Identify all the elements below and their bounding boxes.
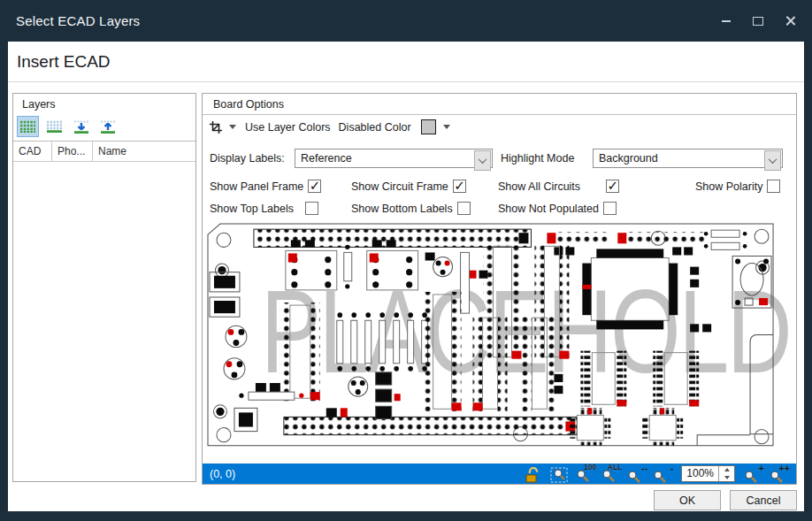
board-options-title: Board Options xyxy=(203,94,796,115)
lock-open-icon xyxy=(525,467,540,483)
spinner-down-button[interactable] xyxy=(719,474,734,482)
disabled-color-dropdown-arrow[interactable] xyxy=(443,125,450,129)
show-polarity-label: Show Polarity xyxy=(695,180,762,193)
board-options-form: Display Labels: Reference Highlight Mode… xyxy=(203,138,796,217)
magnifier-icon xyxy=(627,470,641,483)
highlight-mode-dropdown-button[interactable] xyxy=(764,150,781,171)
page-title: Insert ECAD xyxy=(8,42,804,82)
show-all-circuits-checkbox[interactable] xyxy=(606,180,619,193)
layers-toolbar xyxy=(13,114,195,141)
zoom-out-button[interactable]: - xyxy=(653,465,672,483)
spinner-up-button[interactable] xyxy=(719,466,734,474)
show-top-labels-label: Show Top Labels xyxy=(210,203,294,215)
show-panel-frame-option[interactable]: Show Panel Frame xyxy=(210,180,351,193)
show-bottom-labels-label: Show Bottom Labels xyxy=(351,203,453,215)
board-preview[interactable]: PLACEHOLDER xyxy=(203,217,796,464)
show-polarity-checkbox[interactable] xyxy=(767,180,780,193)
window-title: Select ECAD Layers xyxy=(0,13,140,28)
layer-grid-dim-icon xyxy=(47,120,62,133)
lock-open-button[interactable] xyxy=(525,465,544,483)
show-not-populated-option[interactable]: Show Not Populated xyxy=(498,202,644,215)
minimize-button[interactable] xyxy=(715,11,738,32)
zoom-in-button[interactable]: + xyxy=(744,465,763,483)
show-all-circuits-label: Show All Circuits xyxy=(498,180,580,193)
highlight-mode-label: Highlight Mode xyxy=(501,152,593,165)
zoom-toolbar: 100 ALL -- xyxy=(525,465,789,483)
show-circuit-frame-option[interactable]: Show Circuit Frame xyxy=(351,180,498,193)
zoom-window-button[interactable] xyxy=(550,465,570,483)
magnifier-icon xyxy=(653,470,667,483)
show-not-populated-label: Show Not Populated xyxy=(498,203,599,215)
zoom-out-label: - xyxy=(670,464,674,473)
show-panel-frame-checkbox[interactable] xyxy=(308,180,321,193)
move-layer-up-button[interactable] xyxy=(96,116,119,137)
hide-all-layers-button[interactable] xyxy=(43,116,65,137)
disabled-color-swatch[interactable] xyxy=(421,119,436,134)
spinner-buttons xyxy=(718,466,734,481)
magnifier-icon xyxy=(770,470,784,483)
zoom-level-spinner[interactable]: 100% xyxy=(681,465,735,482)
show-top-labels-checkbox[interactable] xyxy=(305,202,318,215)
ok-button[interactable]: OK xyxy=(654,490,721,510)
zoom-all-button[interactable]: ALL xyxy=(601,465,621,483)
arrow-down-icon xyxy=(74,120,88,134)
cursor-coordinates: (0, 0) xyxy=(210,468,235,480)
disabled-color-label: Disabled Color xyxy=(337,121,413,134)
use-layer-colors-button[interactable]: Use Layer Colors xyxy=(243,121,333,134)
crop-icon[interactable] xyxy=(210,121,222,134)
column-header-photo[interactable]: Pho... xyxy=(52,142,93,161)
show-bottom-labels-option[interactable]: Show Bottom Labels xyxy=(351,202,498,215)
pcb-drawing xyxy=(203,217,796,464)
display-labels-label: Display Labels: xyxy=(210,152,295,165)
zoom-100-button[interactable]: 100 xyxy=(576,465,595,483)
zoom-out-fast-label: -- xyxy=(641,464,647,473)
layers-grid-header: CAD Pho... Name xyxy=(13,141,195,162)
status-bar: (0, 0) 100 xyxy=(203,464,796,484)
minimize-icon xyxy=(722,20,731,22)
display-labels-value: Reference xyxy=(295,152,473,165)
zoom-level-value: 100% xyxy=(682,466,718,481)
chevron-down-icon xyxy=(769,155,778,164)
column-header-name[interactable]: Name xyxy=(93,142,195,161)
dialog-footer: OK Cancel xyxy=(654,490,797,510)
show-panel-frame-label: Show Panel Frame xyxy=(210,180,303,193)
column-header-cad[interactable]: CAD xyxy=(13,142,52,161)
board-options-toolbar: Use Layer Colors Disabled Color xyxy=(203,115,796,138)
arrow-up-icon xyxy=(101,120,115,134)
chevron-down-icon xyxy=(479,155,487,164)
zoom-window-icon xyxy=(550,467,568,483)
layers-panel: Layers xyxy=(12,93,196,482)
close-button[interactable] xyxy=(778,11,801,32)
magnifier-icon xyxy=(744,470,758,483)
show-not-populated-checkbox[interactable] xyxy=(603,202,617,215)
close-icon xyxy=(785,16,795,26)
move-layer-down-button[interactable] xyxy=(70,116,92,137)
maximize-button[interactable] xyxy=(747,11,770,32)
board-options-panel: Board Options Use Layer Colors Disabled … xyxy=(202,93,797,485)
dialog-body: Insert ECAD Layers xyxy=(8,42,804,511)
zoom-in-fast-button[interactable]: ++ xyxy=(770,465,789,483)
highlight-mode-value: Background xyxy=(594,152,763,165)
show-all-circuits-option[interactable]: Show All Circuits xyxy=(498,180,644,193)
display-labels-dropdown-button[interactable] xyxy=(474,150,491,171)
zoom-in-label: + xyxy=(759,464,764,473)
magnifier-icon xyxy=(576,470,590,483)
cancel-button[interactable]: Cancel xyxy=(730,490,797,510)
show-polarity-option[interactable]: Show Polarity xyxy=(644,180,789,193)
show-top-labels-option[interactable]: Show Top Labels xyxy=(210,202,351,215)
display-labels-select[interactable]: Reference xyxy=(295,149,493,168)
magnifier-icon xyxy=(601,470,616,483)
show-all-layers-button[interactable] xyxy=(17,116,39,137)
show-circuit-frame-checkbox[interactable] xyxy=(453,180,466,193)
window-controls xyxy=(715,0,801,42)
title-bar: Select ECAD Layers xyxy=(0,0,812,42)
show-bottom-labels-checkbox[interactable] xyxy=(457,202,471,215)
maximize-icon xyxy=(753,17,763,26)
layer-grid-icon xyxy=(20,120,35,133)
zoom-out-fast-button[interactable]: -- xyxy=(627,465,647,483)
show-circuit-frame-label: Show Circuit Frame xyxy=(351,180,448,193)
layers-panel-title: Layers xyxy=(13,94,195,114)
crop-dropdown-arrow[interactable] xyxy=(229,125,236,129)
highlight-mode-select[interactable]: Background xyxy=(593,149,783,168)
